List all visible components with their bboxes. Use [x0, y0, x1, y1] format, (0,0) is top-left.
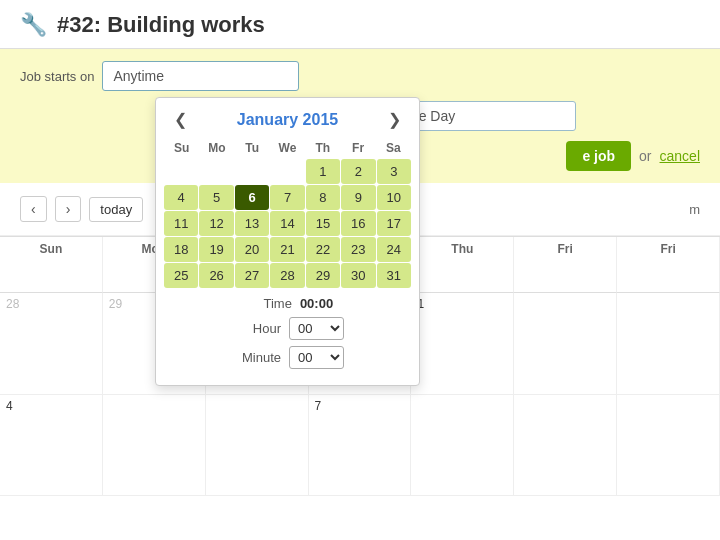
cal-day-29[interactable]: 29 [306, 263, 340, 288]
big-cal-cell-empty5 [411, 395, 514, 496]
day-header-tu: Tu [235, 137, 270, 159]
calendar-popup: ❮ January 2015 ❯ Su Mo Tu We Th Fr Sa 1 … [155, 97, 420, 386]
cal-day-17[interactable]: 17 [377, 211, 411, 236]
cal-day-1[interactable]: 1 [306, 159, 340, 184]
cal-day-10[interactable]: 10 [377, 185, 411, 210]
cal-time-section: Time 00:00 Hour 00 010203 Minute 00 1530… [156, 288, 419, 369]
minute-select[interactable]: 00 153045 [289, 346, 344, 369]
hour-row: Hour 00 010203 [168, 317, 407, 340]
cal-day-24[interactable]: 24 [377, 237, 411, 262]
cal-day-13[interactable]: 13 [235, 211, 269, 236]
cal-day-20[interactable]: 20 [235, 237, 269, 262]
cal-cell-empty [235, 159, 269, 184]
cal-day-14[interactable]: 14 [270, 211, 304, 236]
cal-day-16[interactable]: 16 [341, 211, 375, 236]
cal-day-headers: Su Mo Tu We Th Fr Sa [156, 137, 419, 159]
cal-day-4[interactable]: 4 [164, 185, 198, 210]
big-cal-cell-empty6 [514, 395, 617, 496]
or-text: or [639, 148, 651, 164]
big-cal-cell-empty4 [206, 395, 309, 496]
page-title: #32: Building works [57, 12, 265, 38]
wrench-icon: 🔧 [20, 12, 47, 38]
big-cal-hdr-fri: Fri [514, 237, 617, 293]
action-area: e job or cancel [566, 141, 700, 171]
cal-day-5[interactable]: 5 [199, 185, 233, 210]
cal-day-11[interactable]: 11 [164, 211, 198, 236]
cal-day-26[interactable]: 26 [199, 263, 233, 288]
cal-day-7[interactable]: 7 [270, 185, 304, 210]
starts-field-group: Job starts on [20, 61, 299, 91]
cal-day-27[interactable]: 27 [235, 263, 269, 288]
big-cal-hdr-sun: Sun [0, 237, 103, 293]
cal-prev-button[interactable]: ❮ [168, 108, 193, 131]
starts-label: Job starts on [20, 69, 94, 84]
day-header-mo: Mo [199, 137, 234, 159]
day-header-we: We [270, 137, 305, 159]
day-header-sa: Sa [376, 137, 411, 159]
time-label: Time [242, 296, 292, 311]
big-cal-cell-empty1 [514, 293, 617, 394]
minute-label: Minute [231, 350, 281, 365]
big-cal-cell-empty7 [617, 395, 720, 496]
cal-day-25[interactable]: 25 [164, 263, 198, 288]
cal-day-30[interactable]: 30 [341, 263, 375, 288]
big-cal-cell-4[interactable]: 4 [0, 395, 103, 496]
cal-grid: 1 2 3 4 5 6 7 8 9 10 11 12 13 14 15 16 1… [156, 159, 419, 288]
yellow-band: Job starts on ❮ January 2015 ❯ Su Mo Tu … [0, 49, 720, 183]
cal-day-18[interactable]: 18 [164, 237, 198, 262]
hour-label: Hour [231, 321, 281, 336]
cal-day-22[interactable]: 22 [306, 237, 340, 262]
big-cal-hdr-fri2: Fri [617, 237, 720, 293]
time-row: Time 00:00 [168, 296, 407, 311]
cal-day-23[interactable]: 23 [341, 237, 375, 262]
big-cal-hdr-thu: Thu [411, 237, 514, 293]
time-value: 00:00 [300, 296, 333, 311]
big-cal-cell-7[interactable]: 7 [309, 395, 412, 496]
cal-day-12[interactable]: 12 [199, 211, 233, 236]
cal-day-15[interactable]: 15 [306, 211, 340, 236]
cal-day-9[interactable]: 9 [341, 185, 375, 210]
cal-main-prev[interactable]: ‹ [20, 196, 47, 222]
cancel-link[interactable]: cancel [660, 148, 700, 164]
cal-next-button[interactable]: ❯ [382, 108, 407, 131]
cal-view-toggle[interactable]: m [689, 202, 700, 217]
post-job-button[interactable]: e job [566, 141, 631, 171]
cal-day-19[interactable]: 19 [199, 237, 233, 262]
big-cal-cell-empty3 [103, 395, 206, 496]
day-header-fr: Fr [340, 137, 375, 159]
cal-cell-empty [164, 159, 198, 184]
cal-day-31[interactable]: 31 [377, 263, 411, 288]
minute-row: Minute 00 153045 [168, 346, 407, 369]
big-cal-cell-empty2 [617, 293, 720, 394]
cal-day-8[interactable]: 8 [306, 185, 340, 210]
big-cal-cell-1[interactable]: 1 [411, 293, 514, 394]
cal-day-6[interactable]: 6 [235, 185, 269, 210]
cal-day-2[interactable]: 2 [341, 159, 375, 184]
day-header-su: Su [164, 137, 199, 159]
cal-cell-empty [199, 159, 233, 184]
hour-select[interactable]: 00 010203 [289, 317, 344, 340]
big-cal-cell-28[interactable]: 28 [0, 293, 103, 394]
cal-header: ❮ January 2015 ❯ [156, 98, 419, 137]
cal-cell-empty [270, 159, 304, 184]
cal-day-28[interactable]: 28 [270, 263, 304, 288]
cal-day-21[interactable]: 21 [270, 237, 304, 262]
cal-month-year: January 2015 [237, 111, 338, 129]
day-header-th: Th [305, 137, 340, 159]
cal-day-3[interactable]: 3 [377, 159, 411, 184]
cal-main-next[interactable]: › [55, 196, 82, 222]
cal-main-today[interactable]: today [89, 197, 143, 222]
page-header: 🔧 #32: Building works [0, 0, 720, 49]
starts-input[interactable] [102, 61, 299, 91]
